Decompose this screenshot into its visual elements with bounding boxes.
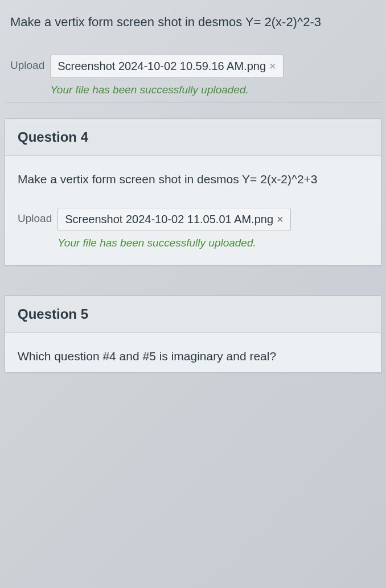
question-5-prompt: Which question #4 and #5 is imaginary an… [18, 348, 368, 364]
upload-label: Upload [18, 208, 52, 225]
question-4-upload-row: Upload Screenshot 2024-10-02 11.05.01 AM… [18, 208, 368, 249]
uploaded-filename: Screenshot 2024-10-02 10.59.16 AM.png [58, 60, 266, 73]
spacer [0, 102, 386, 118]
question-4-prompt: Make a vertix form screen shot in desmos… [18, 171, 368, 187]
question-5-title: Question 5 [18, 306, 368, 322]
question-4-title: Question 4 [18, 129, 368, 145]
remove-file-icon[interactable]: × [269, 60, 276, 73]
question-3-partial: Make a vertix form screen shot in desmos… [0, 0, 386, 102]
uploaded-file-chip[interactable]: Screenshot 2024-10-02 11.05.01 AM.png × [58, 208, 291, 231]
question-4-body: Make a vertix form screen shot in desmos… [5, 156, 381, 265]
spacer [0, 279, 386, 295]
uploaded-file-chip[interactable]: Screenshot 2024-10-02 10.59.16 AM.png × [50, 55, 284, 78]
upload-box: Screenshot 2024-10-02 11.05.01 AM.png × … [58, 208, 368, 249]
question-5-header: Question 5 [5, 296, 381, 333]
question-4-header: Question 4 [5, 119, 381, 156]
upload-box: Screenshot 2024-10-02 10.59.16 AM.png × … [50, 55, 376, 96]
upload-success-message: Your file has been successfully uploaded… [50, 84, 376, 96]
question-4-block: Question 4 Make a vertix form screen sho… [5, 118, 381, 266]
upload-success-message: Your file has been successfully uploaded… [58, 237, 368, 249]
question-5-body: Which question #4 and #5 is imaginary an… [5, 333, 381, 372]
uploaded-filename: Screenshot 2024-10-02 11.05.01 AM.png [65, 213, 273, 226]
remove-file-icon[interactable]: × [277, 213, 284, 226]
upload-label: Upload [10, 55, 44, 72]
question-5-block: Question 5 Which question #4 and #5 is i… [5, 295, 381, 373]
question-3-prompt: Make a vertix form screen shot in desmos… [10, 14, 376, 31]
question-3-upload-row: Upload Screenshot 2024-10-02 10.59.16 AM… [10, 55, 376, 96]
